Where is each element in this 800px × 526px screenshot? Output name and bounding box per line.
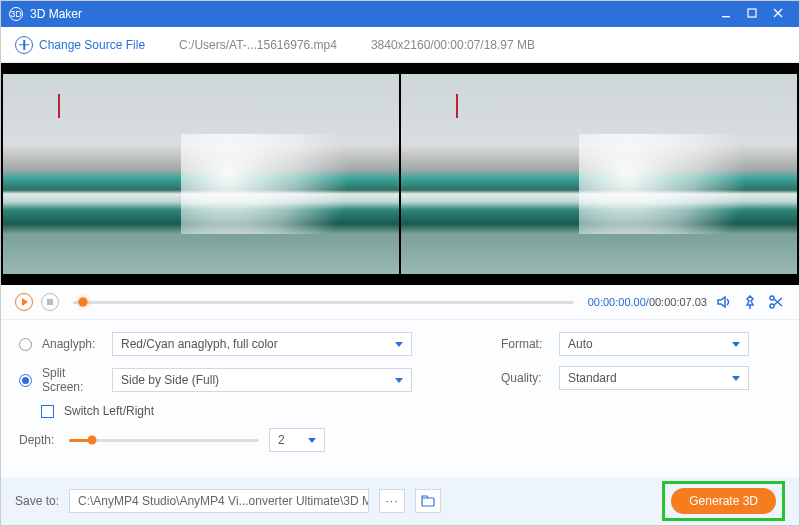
preview-left-eye xyxy=(3,74,399,274)
format-row: Format: Auto xyxy=(501,332,781,356)
source-file-meta: 3840x2160/00:00:07/18.97 MB xyxy=(371,38,535,52)
title-bar: 3D 3D Maker xyxy=(1,1,799,27)
source-toolbar: Change Source File C:/Users/AT-...156169… xyxy=(1,27,799,63)
stop-icon xyxy=(47,299,53,305)
svg-rect-1 xyxy=(748,9,756,17)
browse-folder-button[interactable]: ··· xyxy=(379,489,405,513)
stop-button[interactable] xyxy=(41,293,59,311)
chevron-down-icon xyxy=(395,342,403,347)
depth-row: Depth: 2 xyxy=(19,428,461,452)
svg-point-2 xyxy=(770,296,774,300)
minimize-button[interactable] xyxy=(713,7,739,21)
generate-highlight: Generate 3D xyxy=(662,481,785,521)
anaglyph-row: Anaglyph: Red/Cyan anaglyph, full color xyxy=(19,332,461,356)
window-title: 3D Maker xyxy=(30,7,713,21)
anaglyph-radio[interactable] xyxy=(19,338,32,351)
maximize-icon xyxy=(747,8,757,18)
split-value: Side by Side (Full) xyxy=(121,373,219,387)
switch-row: Switch Left/Right xyxy=(19,404,461,418)
quality-select[interactable]: Standard xyxy=(559,366,749,390)
svg-rect-4 xyxy=(422,498,434,506)
chevron-down-icon xyxy=(395,378,403,383)
anaglyph-value: Red/Cyan anaglyph, full color xyxy=(121,337,278,351)
depth-label: Depth: xyxy=(19,433,57,447)
split-radio[interactable] xyxy=(19,374,32,387)
volume-button[interactable] xyxy=(715,293,733,311)
play-icon xyxy=(22,298,28,306)
playback-bar: 00:00:00.00/00:00:07.03 xyxy=(1,285,799,319)
pin-icon xyxy=(742,294,758,310)
format-value: Auto xyxy=(568,337,593,351)
split-label: Split Screen: xyxy=(42,366,102,394)
svg-point-3 xyxy=(770,304,774,308)
minimize-icon xyxy=(721,8,731,18)
svg-rect-0 xyxy=(722,16,730,17)
speaker-icon xyxy=(716,294,732,310)
preview-right-eye xyxy=(401,74,797,274)
seek-slider[interactable] xyxy=(73,301,574,304)
settings-right-column: Format: Auto Quality: Standard xyxy=(461,332,781,469)
switch-label: Switch Left/Right xyxy=(64,404,154,418)
save-to-label: Save to: xyxy=(15,494,59,508)
play-button[interactable] xyxy=(15,293,33,311)
depth-value: 2 xyxy=(278,433,285,447)
scissors-icon xyxy=(768,294,784,310)
plus-icon xyxy=(15,36,33,54)
time-display: 00:00:00.00/00:00:07.03 xyxy=(588,296,707,308)
save-path-field[interactable]: C:\AnyMP4 Studio\AnyMP4 Vi...onverter Ul… xyxy=(69,489,369,513)
time-duration: 00:00:07.03 xyxy=(649,296,707,308)
chevron-down-icon xyxy=(732,376,740,381)
chevron-down-icon xyxy=(732,342,740,347)
folder-icon xyxy=(421,495,435,507)
snapshot-button[interactable] xyxy=(741,293,759,311)
cut-button[interactable] xyxy=(767,293,785,311)
app-window: 3D 3D Maker Change Source File C:/Users/… xyxy=(0,0,800,526)
depth-select[interactable]: 2 xyxy=(269,428,325,452)
close-button[interactable] xyxy=(765,7,791,21)
anaglyph-select[interactable]: Red/Cyan anaglyph, full color xyxy=(112,332,412,356)
app-logo-icon: 3D xyxy=(9,7,23,21)
split-select[interactable]: Side by Side (Full) xyxy=(112,368,412,392)
open-folder-button[interactable] xyxy=(415,489,441,513)
settings-left-column: Anaglyph: Red/Cyan anaglyph, full color … xyxy=(19,332,461,469)
switch-checkbox[interactable] xyxy=(41,405,54,418)
close-icon xyxy=(773,8,783,18)
time-position: 00:00:00.00 xyxy=(588,296,646,308)
maximize-button[interactable] xyxy=(739,7,765,21)
video-preview xyxy=(1,63,799,285)
split-row: Split Screen: Side by Side (Full) xyxy=(19,366,461,394)
format-label: Format: xyxy=(501,337,549,351)
save-path-value: C:\AnyMP4 Studio\AnyMP4 Vi...onverter Ul… xyxy=(78,494,369,508)
seek-thumb xyxy=(79,298,88,307)
chevron-down-icon xyxy=(308,438,316,443)
depth-thumb xyxy=(87,436,96,445)
ellipsis-icon: ··· xyxy=(386,494,399,508)
source-file-path: C:/Users/AT-...15616976.mp4 xyxy=(179,38,337,52)
anaglyph-label: Anaglyph: xyxy=(42,337,102,351)
settings-panel: Anaglyph: Red/Cyan anaglyph, full color … xyxy=(1,319,799,477)
format-select[interactable]: Auto xyxy=(559,332,749,356)
quality-label: Quality: xyxy=(501,371,549,385)
footer-bar: Save to: C:\AnyMP4 Studio\AnyMP4 Vi...on… xyxy=(1,477,799,525)
quality-value: Standard xyxy=(568,371,617,385)
generate-label: Generate 3D xyxy=(689,494,758,508)
depth-slider[interactable] xyxy=(69,439,259,442)
change-source-button[interactable]: Change Source File xyxy=(15,36,145,54)
quality-row: Quality: Standard xyxy=(501,366,781,390)
generate-3d-button[interactable]: Generate 3D xyxy=(671,488,776,514)
change-source-label: Change Source File xyxy=(39,38,145,52)
